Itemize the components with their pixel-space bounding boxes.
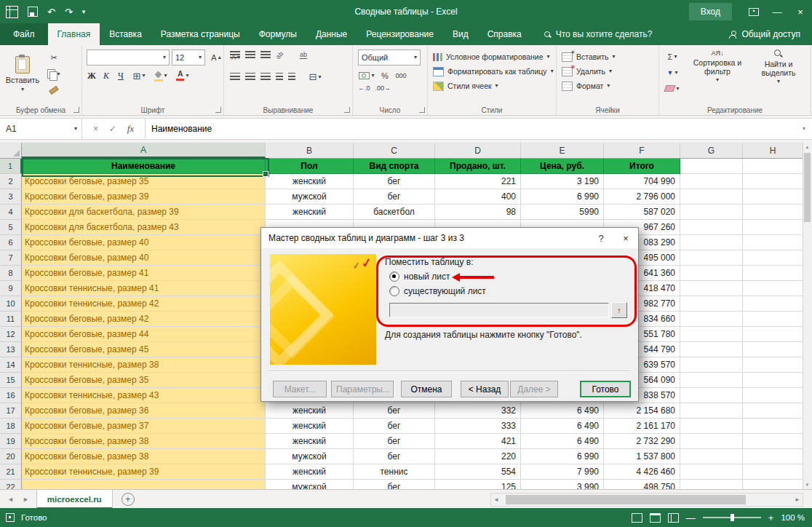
- cell-E3[interactable]: 6 990: [521, 189, 604, 205]
- cell-G7[interactable]: [680, 250, 743, 266]
- cell-B1[interactable]: Пол: [266, 159, 354, 174]
- row-header-20[interactable]: 20: [0, 449, 22, 464]
- column-header-H[interactable]: H: [743, 143, 803, 158]
- cell-B19[interactable]: женский: [266, 434, 354, 449]
- cell-A9[interactable]: Кроссовки теннисные, размер 41: [22, 281, 266, 296]
- column-header-E[interactable]: E: [521, 143, 604, 158]
- cell-B17[interactable]: женский: [266, 403, 354, 419]
- page-break-view-icon[interactable]: [668, 513, 679, 523]
- row-header-14[interactable]: 14: [0, 357, 22, 373]
- cell-H8[interactable]: [743, 266, 803, 281]
- font-color-button[interactable]: А▾: [174, 69, 191, 83]
- column-header-A[interactable]: A: [22, 143, 266, 158]
- cell-A1[interactable]: Наименование: [22, 159, 266, 174]
- save-icon[interactable]: [28, 7, 38, 17]
- cell-G13[interactable]: [680, 342, 743, 357]
- dialog-help-icon[interactable]: ?: [589, 228, 613, 248]
- decrease-decimal-button[interactable]: .00→: [375, 84, 391, 92]
- name-box[interactable]: A1: [0, 119, 70, 139]
- underline-button[interactable]: Ч: [116, 69, 126, 83]
- range-input[interactable]: [389, 303, 609, 317]
- cell-F3[interactable]: 2 796 000: [604, 189, 680, 205]
- cell-H21[interactable]: [743, 464, 803, 480]
- cell-D22[interactable]: 125: [435, 480, 521, 489]
- cell-B21[interactable]: женский: [266, 464, 354, 480]
- cell-G14[interactable]: [680, 357, 743, 373]
- row-header-4[interactable]: 4: [0, 205, 22, 220]
- minimize-button[interactable]: —: [765, 0, 789, 23]
- cell-H2[interactable]: [743, 174, 803, 189]
- insert-cells-button[interactable]: +Вставить▾: [557, 49, 616, 64]
- cell-A21[interactable]: Кроссовки теннисные, размер 39: [22, 464, 266, 480]
- column-header-B[interactable]: B: [266, 143, 354, 158]
- tab-file[interactable]: Файл: [0, 23, 48, 45]
- cell-G16[interactable]: [680, 388, 743, 403]
- percent-style-button[interactable]: %: [381, 68, 389, 82]
- cell-H10[interactable]: [743, 296, 803, 312]
- align-right-icon[interactable]: [260, 73, 271, 81]
- cell-D20[interactable]: 220: [435, 449, 521, 464]
- back-button[interactable]: < Назад: [461, 381, 509, 397]
- row-header-16[interactable]: 16: [0, 388, 22, 403]
- cell-D18[interactable]: 333: [435, 419, 521, 434]
- name-box-caret-icon[interactable]: ▾: [70, 119, 82, 139]
- cell-G1[interactable]: [680, 159, 743, 174]
- cell-E1[interactable]: Цена, руб.: [521, 159, 604, 174]
- tab-Данные[interactable]: Данные: [306, 23, 357, 45]
- cell-F21[interactable]: 4 426 460: [604, 464, 680, 480]
- cell-C19[interactable]: бег: [354, 434, 435, 449]
- cell-A12[interactable]: Кроссовки беговые, размер 44: [22, 327, 266, 342]
- scroll-right-icon[interactable]: ►: [792, 496, 803, 503]
- cell-H4[interactable]: [743, 205, 803, 220]
- cell-D2[interactable]: 221: [435, 174, 521, 189]
- select-all-corner[interactable]: [0, 143, 22, 158]
- row-header-2[interactable]: 2: [0, 174, 22, 189]
- finish-button[interactable]: Готово: [580, 381, 631, 397]
- insert-function-icon[interactable]: fx: [127, 123, 134, 135]
- scroll-left-icon[interactable]: ◄: [491, 496, 501, 503]
- cell-B3[interactable]: мужской: [266, 189, 354, 205]
- cell-A11[interactable]: Кроссовки беговые, размер 42: [22, 312, 266, 327]
- row-header-9[interactable]: 9: [0, 281, 22, 296]
- vertical-scroll-thumb[interactable]: [804, 153, 811, 222]
- cell-B18[interactable]: женский: [266, 419, 354, 434]
- cell-H20[interactable]: [743, 449, 803, 464]
- tab-Разметка страницы[interactable]: Разметка страницы: [151, 23, 250, 45]
- cell-E22[interactable]: 3 990: [521, 480, 604, 489]
- delete-cells-button[interactable]: ×Удалить▾: [557, 64, 616, 79]
- zoom-slider[interactable]: [703, 517, 761, 518]
- alignment-dialog-launcher-icon[interactable]: [344, 107, 350, 113]
- cell-H11[interactable]: [743, 312, 803, 327]
- cell-A22[interactable]: [22, 480, 266, 489]
- cell-C18[interactable]: бег: [354, 419, 435, 434]
- cell-G4[interactable]: [680, 205, 743, 220]
- cell-A18[interactable]: Кроссовки беговые, размер 37: [22, 419, 266, 434]
- cell-B22[interactable]: мужской: [266, 480, 354, 489]
- orientation-icon[interactable]: ab: [274, 49, 284, 60]
- cancel-entry-icon[interactable]: ×: [93, 124, 98, 134]
- cell-H5[interactable]: [743, 220, 803, 235]
- number-dialog-launcher-icon[interactable]: [419, 107, 425, 113]
- scroll-down-icon[interactable]: ▼: [803, 480, 811, 489]
- dialog-close-icon[interactable]: ×: [613, 228, 638, 248]
- cell-C1[interactable]: Вид спорта: [354, 159, 435, 174]
- copy-button[interactable]: ▾: [45, 67, 63, 81]
- cell-H7[interactable]: [743, 250, 803, 266]
- cell-G5[interactable]: [680, 220, 743, 235]
- range-selector-button[interactable]: ↑: [611, 302, 627, 318]
- cell-D4[interactable]: 98: [435, 205, 521, 220]
- format-as-table-button[interactable]: Форматировать как таблицу▾: [428, 64, 554, 79]
- cell-F19[interactable]: 2 732 290: [604, 434, 680, 449]
- cell-D17[interactable]: 332: [435, 403, 521, 419]
- format-cells-button[interactable]: Формат▾: [557, 79, 616, 93]
- tab-Главная[interactable]: Главная: [48, 23, 100, 45]
- horizontal-scrollbar[interactable]: ◄ ►: [490, 493, 803, 507]
- cell-A2[interactable]: Кроссовки беговые, размер 35: [22, 174, 266, 189]
- find-select-button[interactable]: Найти и выделить ▾: [749, 49, 808, 98]
- cell-F17[interactable]: 2 154 680: [604, 403, 680, 419]
- cell-A8[interactable]: Кроссовки беговые, размер 41: [22, 266, 266, 281]
- cell-F2[interactable]: 704 990: [604, 174, 680, 189]
- align-bottom-icon[interactable]: [260, 51, 271, 59]
- cell-H16[interactable]: [743, 388, 803, 403]
- cell-A4[interactable]: Кроссовки для баскетбола, размер 39: [22, 205, 266, 220]
